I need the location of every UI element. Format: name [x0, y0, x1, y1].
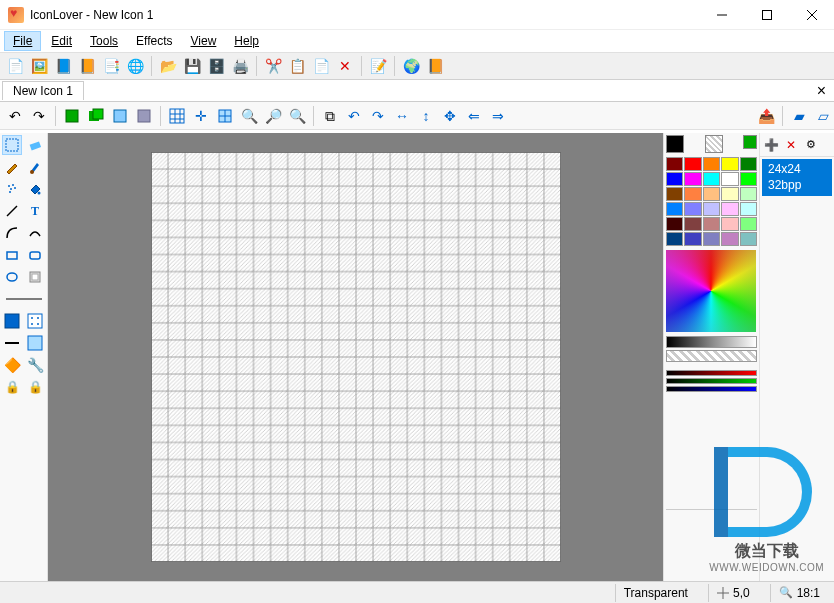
minimize-button[interactable] — [699, 0, 744, 30]
menu-effects[interactable]: Effects — [128, 32, 180, 50]
palette-color-25[interactable] — [666, 232, 683, 246]
palette-color-18[interactable] — [721, 202, 738, 216]
background-color[interactable] — [705, 135, 723, 153]
new-icon-button[interactable]: 📄 — [4, 55, 26, 77]
grid-toggle-button[interactable] — [166, 105, 188, 127]
line-tool[interactable] — [2, 201, 22, 221]
palette-color-23[interactable] — [721, 217, 738, 231]
palette-color-28[interactable] — [721, 232, 738, 246]
menu-tools[interactable]: Tools — [82, 32, 126, 50]
palette-color-0[interactable] — [666, 157, 683, 171]
palette-color-9[interactable] — [740, 172, 757, 186]
curve-tool[interactable] — [2, 223, 22, 243]
flip-v-button[interactable]: ↕ — [415, 105, 437, 127]
delete-button[interactable]: ✕ — [334, 55, 356, 77]
copy-button[interactable]: 📋 — [286, 55, 308, 77]
pattern-tool[interactable] — [25, 311, 45, 331]
format-24x24-32bpp[interactable]: 24x24 32bpp — [762, 159, 832, 196]
palette-color-16[interactable] — [684, 202, 701, 216]
color-replace-tool[interactable]: 🔧 — [25, 355, 45, 375]
maximize-button[interactable] — [744, 0, 789, 30]
open-button[interactable]: 📂 — [157, 55, 179, 77]
close-button[interactable] — [789, 0, 834, 30]
arc-tool[interactable] — [25, 223, 45, 243]
roll-left-button[interactable]: ⇐ — [463, 105, 485, 127]
center-lines-button[interactable]: ✛ — [190, 105, 212, 127]
mask-tool[interactable]: 🔶 — [2, 355, 22, 375]
spray-tool[interactable] — [2, 179, 22, 199]
web-button[interactable]: 🌍 — [400, 55, 422, 77]
new-library-button[interactable]: 📘 — [52, 55, 74, 77]
shift-button[interactable]: ✥ — [439, 105, 461, 127]
fg-color-tool[interactable] — [2, 311, 22, 331]
ellipse-tool[interactable] — [2, 267, 22, 287]
layer1-button[interactable] — [61, 105, 83, 127]
layer-copy-button[interactable] — [109, 105, 131, 127]
layer-shadow-button[interactable] — [133, 105, 155, 127]
palette-color-26[interactable] — [684, 232, 701, 246]
search-icons-button[interactable]: 🌐 — [124, 55, 146, 77]
alpha-slider[interactable] — [666, 350, 757, 362]
aux-color[interactable] — [743, 135, 757, 149]
gradient-preset-2[interactable] — [666, 378, 757, 384]
save-button[interactable]: 💾 — [181, 55, 203, 77]
zoom-out-button[interactable]: 🔎 — [262, 105, 284, 127]
add-format-button[interactable]: ➕ — [762, 136, 780, 154]
rect-tool[interactable] — [2, 245, 22, 265]
undo-button[interactable]: ↶ — [4, 105, 26, 127]
palette-color-13[interactable] — [721, 187, 738, 201]
gradient-line-tool[interactable] — [2, 333, 22, 353]
palette-color-21[interactable] — [684, 217, 701, 231]
palette-color-19[interactable] — [740, 202, 757, 216]
palette-color-22[interactable] — [703, 217, 720, 231]
lock-v-tool[interactable]: 🔒 — [25, 377, 45, 397]
palette-color-1[interactable] — [684, 157, 701, 171]
tab-new-icon-1[interactable]: New Icon 1 — [2, 81, 84, 100]
palette-color-15[interactable] — [666, 202, 683, 216]
palette-color-27[interactable] — [703, 232, 720, 246]
rotate-right-button[interactable]: ↷ — [367, 105, 389, 127]
erase-button[interactable]: ▰ — [788, 105, 810, 127]
properties-button[interactable]: 📝 — [367, 55, 389, 77]
palette-color-3[interactable] — [721, 157, 738, 171]
text-tool[interactable]: T — [25, 201, 45, 221]
palette-color-14[interactable] — [740, 187, 757, 201]
export-button[interactable]: 📤 — [755, 105, 777, 127]
clear-button[interactable]: ▱ — [812, 105, 834, 127]
redo-button[interactable]: ↷ — [28, 105, 50, 127]
pencil-tool[interactable] — [2, 157, 22, 177]
roll-right-button[interactable]: ⇒ — [487, 105, 509, 127]
eraser-tool[interactable] — [25, 135, 45, 155]
palette-color-2[interactable] — [703, 157, 720, 171]
select-tool[interactable] — [2, 135, 22, 155]
close-tab-button[interactable]: × — [817, 82, 826, 100]
zoom-tool-button[interactable]: 🔍 — [286, 105, 308, 127]
format-props-button[interactable]: ⚙ — [802, 136, 820, 154]
palette-color-11[interactable] — [684, 187, 701, 201]
zoom-in-button[interactable]: 🔍 — [238, 105, 260, 127]
menu-edit[interactable]: Edit — [43, 32, 80, 50]
palette-color-7[interactable] — [703, 172, 720, 186]
palette-color-17[interactable] — [703, 202, 720, 216]
3d-frame-tool[interactable] — [25, 267, 45, 287]
print-button[interactable]: 🖨️ — [229, 55, 251, 77]
menu-help[interactable]: Help — [226, 32, 267, 50]
new-cursor-button[interactable]: 📙 — [76, 55, 98, 77]
new-set-button[interactable]: 📑 — [100, 55, 122, 77]
icon-canvas[interactable] — [151, 152, 561, 562]
menu-file[interactable]: File — [4, 31, 41, 51]
save-all-button[interactable]: 🗄️ — [205, 55, 227, 77]
layer2-button[interactable] — [85, 105, 107, 127]
gradient-preset-3[interactable] — [666, 386, 757, 392]
palette-color-24[interactable] — [740, 217, 757, 231]
rotate-left-button[interactable]: ↶ — [343, 105, 365, 127]
new-icon-wizard-button[interactable]: 🖼️ — [28, 55, 50, 77]
palette-color-29[interactable] — [740, 232, 757, 246]
palette-color-8[interactable] — [721, 172, 738, 186]
foreground-color[interactable] — [666, 135, 684, 153]
remove-format-button[interactable]: ✕ — [782, 136, 800, 154]
help-button[interactable]: 📙 — [424, 55, 446, 77]
brush-tool[interactable] — [25, 157, 45, 177]
roundrect-tool[interactable] — [25, 245, 45, 265]
fill-tool[interactable] — [25, 179, 45, 199]
